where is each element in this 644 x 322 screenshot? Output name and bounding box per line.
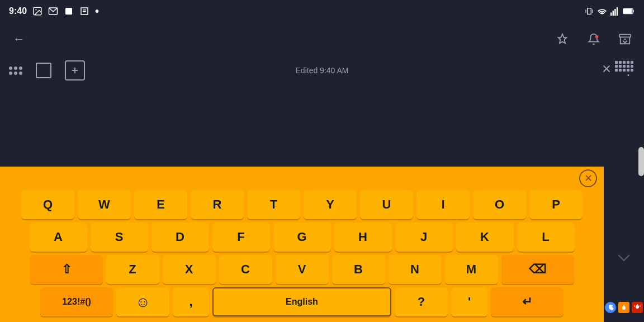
keyboard-grid-icon[interactable]: [604, 56, 644, 76]
key-L[interactable]: L: [517, 222, 575, 252]
bell-icon: [588, 33, 600, 45]
key-row-4: 123!#() ☺ , English ? ' ↵: [2, 287, 602, 316]
svg-rect-18: [624, 9, 632, 13]
time-display: 9:40: [9, 6, 27, 16]
shift-key[interactable]: ⇧: [30, 255, 103, 284]
back-button[interactable]: ←: [9, 29, 29, 49]
key-V[interactable]: V: [276, 255, 329, 284]
chevron-down-icon: [617, 254, 631, 263]
kb-icon-2[interactable]: [618, 302, 629, 313]
svg-point-26: [636, 305, 639, 309]
dot2: [14, 67, 17, 70]
key-Z[interactable]: Z: [106, 255, 159, 284]
dot3: [19, 67, 22, 70]
key-F[interactable]: F: [212, 222, 270, 252]
edited-timestamp: Edited 9:40 AM: [296, 66, 349, 75]
key-H[interactable]: H: [334, 222, 392, 252]
grid-view-button[interactable]: [9, 67, 22, 75]
key-A[interactable]: A: [30, 222, 87, 252]
keyboard-rows: Q W E R T Y U I O P A S D F G H J K L ⇧ …: [0, 190, 604, 322]
mail-status-icon: [48, 6, 58, 16]
key-W[interactable]: W: [78, 190, 131, 219]
svg-line-28: [634, 306, 635, 306]
pin-icon: [556, 33, 569, 45]
svg-point-19: [595, 35, 599, 38]
swipe-icon: [607, 304, 614, 311]
news-status-icon: [79, 6, 89, 16]
question-key[interactable]: ?: [395, 287, 448, 316]
numbers-key[interactable]: 123!#(): [40, 287, 113, 316]
key-M[interactable]: M: [445, 255, 498, 284]
key-S[interactable]: S: [91, 222, 148, 252]
dot-status: •: [95, 5, 99, 18]
battery-icon: [623, 7, 635, 15]
keyboard: ✕ Q W E R T Y U I O P A S D F G H J K L: [0, 167, 604, 322]
svg-rect-15: [614, 9, 615, 16]
key-P[interactable]: P: [529, 190, 583, 219]
vibrate-icon: [585, 7, 594, 16]
key-J[interactable]: J: [395, 222, 453, 252]
svg-rect-3: [65, 8, 72, 15]
plus-icon: [70, 65, 80, 75]
keyboard-close-button[interactable]: ✕: [579, 169, 597, 187]
enter-key[interactable]: ↵: [491, 287, 564, 316]
dot1: [9, 67, 12, 70]
second-toolbar: Edited 9:40 AM ⋮: [0, 56, 644, 85]
key-O[interactable]: O: [473, 190, 526, 219]
svg-rect-14: [613, 11, 614, 16]
archive-icon: [619, 33, 631, 45]
key-E[interactable]: E: [134, 190, 187, 219]
key-Y[interactable]: Y: [304, 190, 357, 219]
status-right-icons: [585, 7, 635, 16]
wifi-icon: [597, 7, 607, 16]
pin-button[interactable]: [552, 29, 572, 49]
chevron-down-button[interactable]: [604, 244, 644, 273]
key-G[interactable]: G: [273, 222, 331, 252]
comma-key[interactable]: ,: [173, 287, 209, 316]
key-X[interactable]: X: [163, 255, 216, 284]
key-T[interactable]: T: [247, 190, 300, 219]
kb-icon-1[interactable]: [605, 302, 616, 313]
backspace-key[interactable]: ⌫: [501, 255, 574, 284]
svg-rect-20: [619, 35, 631, 37]
status-bar: 9:40 •: [0, 0, 644, 22]
bell-button[interactable]: [584, 29, 604, 49]
key-R[interactable]: R: [191, 190, 244, 219]
key-N[interactable]: N: [389, 255, 442, 284]
scrollbar-handle[interactable]: [638, 147, 644, 176]
flame-icon: [621, 304, 627, 311]
key-B[interactable]: B: [332, 255, 385, 284]
kb-icon-3[interactable]: [632, 302, 643, 313]
bug-icon: [634, 304, 641, 311]
keyboard-bottom-icons: [604, 293, 644, 322]
dot6: [19, 72, 22, 75]
svg-rect-16: [617, 7, 618, 16]
keyboard-top-bar: ✕: [0, 167, 604, 190]
toolbar-right: [552, 29, 635, 49]
keyboard-dots-icon: [615, 61, 633, 72]
key-C[interactable]: C: [219, 255, 272, 284]
slack-status-icon: [64, 6, 74, 16]
key-row-1: Q W E R T Y U I O P: [2, 190, 602, 219]
status-left: 9:40 •: [9, 5, 99, 18]
key-row-3: ⇧ Z X C V B N M ⌫: [2, 255, 602, 284]
apostrophe-key[interactable]: ': [451, 287, 487, 316]
toolbar-left: ←: [9, 29, 29, 49]
key-U[interactable]: U: [360, 190, 413, 219]
dot4: [9, 72, 12, 75]
svg-line-29: [640, 306, 641, 306]
dot5: [14, 72, 17, 75]
key-Q[interactable]: Q: [21, 190, 74, 219]
square-view-button[interactable]: [36, 63, 51, 78]
svg-rect-6: [588, 8, 591, 15]
svg-rect-13: [610, 12, 612, 16]
key-D[interactable]: D: [151, 222, 209, 252]
add-button[interactable]: [65, 60, 85, 80]
archive-button[interactable]: [615, 29, 635, 49]
space-key[interactable]: English: [212, 287, 391, 316]
toolbar2-left: [9, 60, 85, 80]
key-I[interactable]: I: [416, 190, 470, 219]
emoji-key[interactable]: ☺: [116, 287, 169, 316]
key-K[interactable]: K: [456, 222, 514, 252]
key-row-2: A S D F G H J K L: [2, 222, 602, 252]
